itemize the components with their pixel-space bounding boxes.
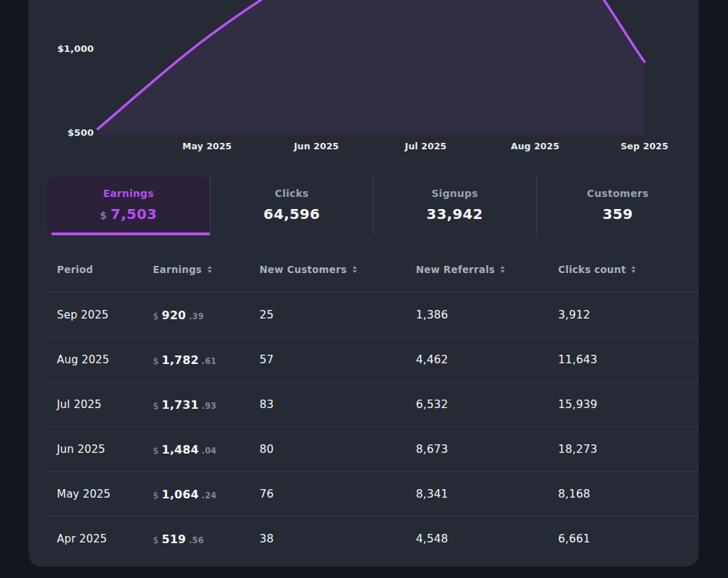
period-cell: Sep 2025 <box>57 309 153 321</box>
sort-down-arrow-icon <box>631 270 636 273</box>
table-row: Jul 2025 $ 1,731 .93 83 6,532 15,939 <box>47 382 699 427</box>
earnings-cell: $ 1,782 .61 <box>153 353 259 367</box>
table-body: Sep 2025 $ 920 .39 25 1,386 3,912 Aug 20… <box>47 292 699 561</box>
currency-symbol: $ <box>153 311 159 321</box>
currency-symbol: $ <box>153 445 159 456</box>
column-header-period: Period <box>57 264 153 275</box>
currency-symbol: $ <box>153 355 159 366</box>
stat-card-clicks[interactable]: Clicks 64,596 <box>210 175 373 235</box>
stat-card-customers[interactable]: Customers 359 <box>536 175 699 235</box>
table-row: Aug 2025 $ 1,782 .61 57 4,462 11,643 <box>47 337 699 382</box>
y-axis-tick-1000: $1,000 <box>28 43 94 54</box>
period-cell: Jun 2025 <box>57 443 153 456</box>
x-axis-tick: Sep 2025 <box>621 141 668 151</box>
earnings-cell: $ 1,484 .04 <box>153 443 259 456</box>
stat-card-earnings[interactable]: Earnings $ 7,503 <box>47 175 210 235</box>
sort-up-arrow-icon <box>631 266 636 269</box>
table-row: May 2025 $ 1,064 .24 76 8,341 8,168 <box>47 471 699 516</box>
stat-card-signups[interactable]: Signups 33,942 <box>373 175 536 235</box>
stats-table: Period Earnings New Customers New Referr… <box>47 252 699 561</box>
stat-card-value: 359 <box>602 205 633 223</box>
period-cell: Apr 2025 <box>57 532 153 545</box>
active-tab-underline <box>51 232 210 235</box>
new-referrals-cell: 4,548 <box>416 532 558 545</box>
sort-icon <box>353 266 357 273</box>
currency-symbol: $ <box>153 535 159 545</box>
clicks-count-cell: 18,273 <box>558 443 699 456</box>
new-referrals-cell: 1,386 <box>416 309 558 321</box>
sort-down-arrow-icon <box>500 270 505 273</box>
stat-card-label: Clicks <box>275 188 309 199</box>
new-referrals-cell: 6,532 <box>416 398 558 411</box>
new-customers-cell: 80 <box>259 443 416 456</box>
stat-card-label: Earnings <box>103 188 154 199</box>
column-header-new-customers[interactable]: New Customers <box>259 264 416 275</box>
table-header-row: Period Earnings New Customers New Referr… <box>47 252 699 292</box>
currency-symbol: $ <box>153 490 159 501</box>
stat-card-value: $ 7,503 <box>100 205 156 223</box>
currency-symbol: $ <box>153 400 159 411</box>
column-header-clicks-count[interactable]: Clicks count <box>558 264 699 275</box>
table-row: Sep 2025 $ 920 .39 25 1,386 3,912 <box>47 292 699 337</box>
clicks-count-cell: 3,912 <box>558 309 699 321</box>
new-customers-cell: 57 <box>259 353 416 366</box>
earnings-cell: $ 920 .39 <box>153 309 259 322</box>
stat-cards: Earnings $ 7,503 Clicks 64,596 Signups 3… <box>47 175 699 235</box>
clicks-count-cell: 6,661 <box>558 532 699 545</box>
column-header-earnings[interactable]: Earnings <box>153 264 259 275</box>
clicks-count-cell: 15,939 <box>558 398 699 411</box>
new-referrals-cell: 8,673 <box>416 443 558 456</box>
x-axis-tick: Aug 2025 <box>511 141 560 151</box>
affiliate-dashboard: $1,000 $500 May 2025Jun 2025Jul 2025Aug … <box>0 0 728 578</box>
earnings-cell: $ 1,731 .93 <box>153 398 259 412</box>
stat-card-label: Signups <box>432 188 478 199</box>
y-axis-tick-500: $500 <box>28 127 94 138</box>
earnings-cell: $ 519 .56 <box>153 532 259 546</box>
sort-up-arrow-icon <box>208 266 212 269</box>
sort-icon <box>631 266 636 273</box>
table-row: Jun 2025 $ 1,484 .04 80 8,673 18,273 <box>47 427 699 471</box>
new-customers-cell: 76 <box>259 488 416 501</box>
sort-icon <box>208 266 212 273</box>
x-axis-tick: Jul 2025 <box>405 141 447 151</box>
stat-card-value: 64,596 <box>264 205 321 223</box>
new-customers-cell: 25 <box>259 309 416 321</box>
x-axis-tick: May 2025 <box>183 141 232 151</box>
sort-down-arrow-icon <box>208 270 212 273</box>
new-customers-cell: 83 <box>259 398 416 411</box>
sort-up-arrow-icon <box>500 266 505 269</box>
new-referrals-cell: 4,462 <box>416 353 558 366</box>
period-cell: Jul 2025 <box>57 398 153 411</box>
period-cell: Aug 2025 <box>57 353 153 366</box>
clicks-count-cell: 11,643 <box>558 353 699 366</box>
new-referrals-cell: 8,341 <box>416 488 558 501</box>
period-cell: May 2025 <box>57 488 153 501</box>
earnings-cell: $ 1,064 .24 <box>153 488 259 501</box>
sort-down-arrow-icon <box>353 270 357 273</box>
new-customers-cell: 38 <box>259 532 416 545</box>
column-header-new-referrals[interactable]: New Referrals <box>416 264 558 275</box>
stat-card-value: 33,942 <box>427 205 483 223</box>
currency-symbol: $ <box>100 210 107 221</box>
sort-up-arrow-icon <box>353 266 357 269</box>
sort-icon <box>500 266 505 273</box>
table-row: Apr 2025 $ 519 .56 38 4,548 6,661 <box>47 516 699 561</box>
clicks-count-cell: 8,168 <box>558 488 699 501</box>
stat-card-label: Customers <box>587 188 648 199</box>
x-axis-tick: Jun 2025 <box>294 141 338 151</box>
